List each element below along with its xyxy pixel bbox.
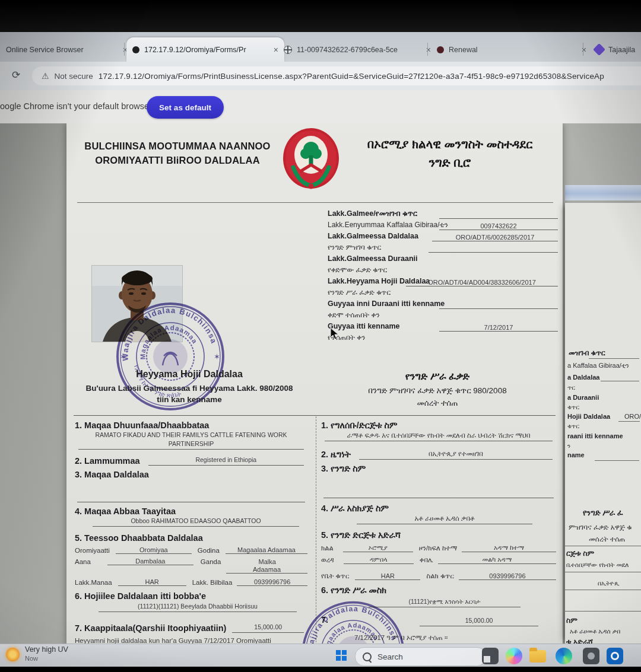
manager-name-amharic-value: አቶ ራሀመቶ ኤዳሰ ቃበቶ: [357, 514, 532, 524]
tab-label: 172.17.9.12/Oromiya/Forms/Pr: [144, 46, 246, 54]
banner-text: oogle Chrome isn't your default browser: [0, 101, 152, 111]
url-text[interactable]: 172.17.9.12/Oromiya/Forms/PrintBusinessL…: [99, 72, 604, 81]
trade-name-blank-line: [77, 491, 305, 502]
tab-online-service-browser[interactable]: Online Service Browser ×: [0, 37, 134, 62]
oromia-trade-bureau-logo-icon: [281, 127, 341, 190]
weather-subtitle: Now: [25, 654, 68, 663]
tab-close-icon[interactable]: ×: [423, 45, 431, 55]
not-secure-warning-icon: ⚠: [42, 71, 49, 81]
uv-sun-icon: [6, 648, 20, 661]
second-license-page: መዝገብ ቁጥር a Kaffalaa Gibiraa/ቲን a Daldala…: [565, 203, 641, 644]
screen-photo: Online Service Browser × 172.17.9.12/Oro…: [0, 0, 641, 672]
window-icon[interactable]: [482, 648, 499, 664]
tab-renewal[interactable]: Renewal ×: [431, 37, 592, 62]
tab-label: Renewal: [449, 46, 478, 54]
office-round-stamp: Waajjira Daldalaa Bulchiinsa Magaalaa Ad…: [299, 598, 408, 644]
set-as-default-button[interactable]: Set as default: [147, 96, 224, 119]
tab-payment-reference[interactable]: 11-0097432622-6799c6ea-5ce ×: [278, 37, 437, 62]
tab-separator: [583, 43, 583, 56]
capital-amharic-value: 15,000.00: [420, 616, 538, 626]
monitor-bottom-bezel: [0, 667, 641, 672]
amharic-signing-block: 7. 15,000.00 7/12/2017 ዓ.ም በ ኦሮሚያ ተሰጠ ። …: [321, 607, 556, 644]
weather-title: Very high UV: [25, 645, 68, 654]
nationality-value: Registered in Ethiopia: [148, 456, 304, 466]
tab-label: Tajaajila: [608, 46, 635, 54]
highlighted-row-band: [565, 185, 641, 200]
svg-text:✶: ✶: [214, 352, 220, 361]
monitor-top-bezel: [0, 0, 641, 32]
issue-note: Heyyamni hojii daldalaa kun har'a Guyyaa…: [75, 636, 307, 644]
favicon-site-icon: [437, 46, 444, 53]
tab-label: 11-0097432622-6799c6ea-5ce: [297, 46, 398, 54]
tab-separator: [427, 43, 428, 56]
favicon-site-icon: [132, 46, 139, 53]
search-placeholder: Search: [377, 652, 403, 661]
license-title-amharic: የንግድ ሥራ ፈቃድ በንግድ ምዝገባና ፈቃድ አዋጅ ቁጥር 980/2…: [318, 371, 557, 409]
org-name-amharic: በኦሮሚያ ክልላዊ መንግስት መስተዳደር ንግድ ቢሮ: [343, 135, 557, 172]
nationality-amharic-value: በኢትዮጲያ የተመዘገበ: [359, 450, 553, 460]
business-name-amharic-value: ራማቶ ፍቃዱ እና ቤተሰበቻቸው የከብት መደለብ ስራ ህብረት ሽርክ…: [325, 431, 553, 441]
capital-value: 15,000.00: [232, 623, 304, 633]
mouse-cursor-icon: [330, 327, 339, 340]
tab-label: Online Service Browser: [6, 46, 84, 54]
favicon-site-icon: [593, 43, 605, 56]
form-column-oromo: 1. Maqaa Dhuunfaaa/Dhaabbataa RAMATO FIK…: [75, 416, 307, 644]
taskbar-search[interactable]: Search: [355, 647, 486, 666]
browser-toolbar: ⟳ ⚠ Not secure 172.17.9.12/Oromiya/Forms…: [0, 62, 641, 90]
copilot-icon[interactable]: [506, 648, 522, 664]
section-divider: [74, 415, 556, 416]
browser-tab-strip: Online Service Browser × 172.17.9.12/Oro…: [0, 32, 641, 62]
tab-tajaajila[interactable]: Tajaajila: [589, 37, 641, 62]
tab-print-license-active[interactable]: 172.17.9.12/Oromiya/Forms/Pr ×: [126, 37, 284, 62]
registration-numbers: Lakk.Galmee/የመዝገብ ቁጥር Lakk.Eenyummaa Kaf…: [328, 209, 559, 344]
tab-close-icon[interactable]: ×: [578, 45, 586, 55]
not-secure-label[interactable]: Not secure: [55, 72, 93, 81]
manager-name-value: Obboo RAHIMATOO EDAASOO QAABATTOO: [93, 517, 299, 527]
outlook-icon[interactable]: [607, 648, 623, 664]
default-browser-banner: oogle Chrome isn't your default browser …: [0, 90, 641, 124]
windows-taskbar: Very high UV Now Search: [0, 644, 641, 668]
windows-start-icon[interactable]: [336, 650, 347, 661]
license-title-latin: Heyyama Hojii Daldalaa Bu'uura Labsii Ga…: [71, 369, 307, 405]
reload-icon[interactable]: ⟳: [12, 69, 20, 81]
tab-separator: [124, 43, 125, 56]
business-field-value: (11121)(11121) Beeylada Dhaabbii Horiisu…: [99, 602, 297, 612]
browser-viewport: BULCHIINSA MOOTUMMAA NAANNOO OROMIYAATTI…: [0, 123, 641, 644]
favicon-globe-icon: [284, 46, 292, 54]
address-grid: Oromiyaatti Oromiyaa Godina Magaalaa Ada…: [75, 546, 307, 586]
license-page: BULCHIINSA MOOTUMMAA NAANNOO OROMIYAATTI…: [66, 123, 563, 644]
weather-widget[interactable]: Very high UV Now: [6, 645, 68, 663]
trade-name-blank-line: [323, 487, 554, 498]
magnifier-icon: [363, 652, 372, 661]
business-name-value: RAMATO FIKADU AND THEIR FAMILYS CATTLE F…: [78, 431, 304, 450]
file-explorer-icon[interactable]: [529, 650, 546, 663]
address-grid-amharic: ክልል ኦሮሚያ ዞን/ክፍለ ከተማ አዳማ ከተማ ወረዳ ዳምበላ ቀበሌ…: [321, 544, 556, 580]
header-divider: [77, 202, 553, 203]
form-column-amharic: 1. የግለሰቡ/ድርጅቱ ስም ራማቶ ፍቃዱ እና ቤተሰበቻቸው የከብት…: [316, 416, 556, 644]
edge-icon[interactable]: [556, 648, 572, 664]
camera-icon[interactable]: [583, 648, 599, 664]
address-bar[interactable]: ⚠ Not secure 172.17.9.12/Oromiya/Forms/P…: [32, 66, 641, 85]
tab-close-icon[interactable]: ×: [270, 45, 278, 55]
org-name-latin: BULCHIINSA MOOTUMMAA NAANNOO OROMIYAATTI…: [71, 139, 284, 167]
svg-text:✶: ✶: [120, 352, 126, 361]
